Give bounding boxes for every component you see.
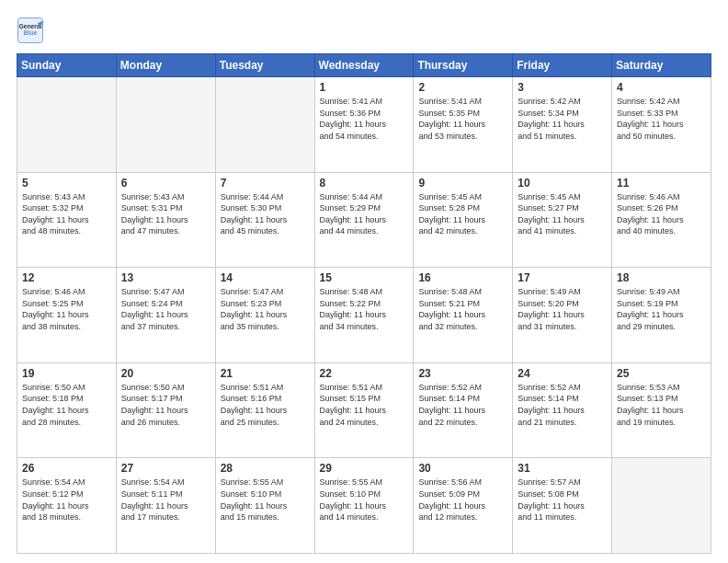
- day-cell: 4Sunrise: 5:42 AM Sunset: 5:33 PM Daylig…: [612, 77, 711, 173]
- day-info: Sunrise: 5:43 AM Sunset: 5:32 PM Dayligh…: [22, 191, 111, 237]
- header: General Blue: [17, 17, 711, 44]
- day-number: 22: [320, 367, 409, 380]
- day-info: Sunrise: 5:41 AM Sunset: 5:35 PM Dayligh…: [418, 96, 507, 142]
- day-info: Sunrise: 5:51 AM Sunset: 5:16 PM Dayligh…: [221, 382, 310, 428]
- day-number: 7: [221, 177, 310, 190]
- day-number: 8: [320, 177, 409, 190]
- day-cell: 8Sunrise: 5:44 AM Sunset: 5:29 PM Daylig…: [314, 172, 414, 268]
- day-number: 2: [418, 81, 507, 94]
- day-cell: 17Sunrise: 5:49 AM Sunset: 5:20 PM Dayli…: [513, 268, 612, 363]
- day-cell: 11Sunrise: 5:46 AM Sunset: 5:26 PM Dayli…: [612, 172, 711, 268]
- day-info: Sunrise: 5:45 AM Sunset: 5:28 PM Dayligh…: [418, 191, 507, 237]
- day-info: Sunrise: 5:45 AM Sunset: 5:27 PM Dayligh…: [518, 191, 607, 237]
- day-cell: 21Sunrise: 5:51 AM Sunset: 5:16 PM Dayli…: [215, 362, 314, 458]
- logo: General Blue: [17, 17, 44, 44]
- day-cell: 2Sunrise: 5:41 AM Sunset: 5:35 PM Daylig…: [414, 77, 513, 173]
- week-row-1: 1Sunrise: 5:41 AM Sunset: 5:36 PM Daylig…: [17, 77, 711, 173]
- weekday-tuesday: Tuesday: [215, 54, 314, 77]
- day-number: 4: [617, 81, 706, 94]
- day-cell: 12Sunrise: 5:46 AM Sunset: 5:25 PM Dayli…: [17, 268, 117, 363]
- day-info: Sunrise: 5:55 AM Sunset: 5:10 PM Dayligh…: [320, 477, 409, 523]
- day-info: Sunrise: 5:49 AM Sunset: 5:20 PM Dayligh…: [518, 286, 607, 332]
- day-info: Sunrise: 5:50 AM Sunset: 5:18 PM Dayligh…: [22, 382, 111, 428]
- weekday-header-row: SundayMondayTuesdayWednesdayThursdayFrid…: [17, 54, 711, 77]
- weekday-saturday: Saturday: [612, 54, 711, 77]
- day-cell: 3Sunrise: 5:42 AM Sunset: 5:34 PM Daylig…: [513, 77, 612, 173]
- day-info: Sunrise: 5:47 AM Sunset: 5:23 PM Dayligh…: [221, 286, 310, 332]
- day-number: 28: [221, 462, 310, 475]
- day-cell: 14Sunrise: 5:47 AM Sunset: 5:23 PM Dayli…: [215, 268, 314, 363]
- week-row-3: 12Sunrise: 5:46 AM Sunset: 5:25 PM Dayli…: [17, 268, 711, 363]
- day-info: Sunrise: 5:46 AM Sunset: 5:25 PM Dayligh…: [22, 286, 111, 332]
- day-cell: 15Sunrise: 5:48 AM Sunset: 5:22 PM Dayli…: [314, 268, 414, 363]
- day-cell: 5Sunrise: 5:43 AM Sunset: 5:32 PM Daylig…: [17, 172, 117, 268]
- day-info: Sunrise: 5:54 AM Sunset: 5:11 PM Dayligh…: [121, 477, 210, 523]
- day-cell: 9Sunrise: 5:45 AM Sunset: 5:28 PM Daylig…: [414, 172, 513, 268]
- day-cell: 22Sunrise: 5:51 AM Sunset: 5:15 PM Dayli…: [314, 362, 414, 458]
- week-row-4: 19Sunrise: 5:50 AM Sunset: 5:18 PM Dayli…: [17, 362, 711, 458]
- day-info: Sunrise: 5:49 AM Sunset: 5:19 PM Dayligh…: [617, 286, 706, 332]
- weekday-wednesday: Wednesday: [314, 54, 414, 77]
- day-info: Sunrise: 5:56 AM Sunset: 5:09 PM Dayligh…: [418, 477, 507, 523]
- day-number: 15: [320, 271, 409, 284]
- day-number: 27: [121, 462, 210, 475]
- day-number: 18: [617, 271, 706, 284]
- week-row-2: 5Sunrise: 5:43 AM Sunset: 5:32 PM Daylig…: [17, 172, 711, 268]
- day-cell: 24Sunrise: 5:52 AM Sunset: 5:14 PM Dayli…: [513, 362, 612, 458]
- day-info: Sunrise: 5:48 AM Sunset: 5:21 PM Dayligh…: [418, 286, 507, 332]
- day-info: Sunrise: 5:52 AM Sunset: 5:14 PM Dayligh…: [518, 382, 607, 428]
- day-number: 30: [418, 462, 507, 475]
- day-number: 14: [221, 271, 310, 284]
- day-number: 21: [221, 367, 310, 380]
- day-info: Sunrise: 5:44 AM Sunset: 5:29 PM Dayligh…: [320, 191, 409, 237]
- day-info: Sunrise: 5:46 AM Sunset: 5:26 PM Dayligh…: [617, 191, 706, 237]
- day-number: 24: [518, 367, 607, 380]
- day-number: 16: [418, 271, 507, 284]
- day-info: Sunrise: 5:42 AM Sunset: 5:33 PM Dayligh…: [617, 96, 706, 142]
- day-cell: 25Sunrise: 5:53 AM Sunset: 5:13 PM Dayli…: [612, 362, 711, 458]
- day-cell: 16Sunrise: 5:48 AM Sunset: 5:21 PM Dayli…: [414, 268, 513, 363]
- day-number: 1: [320, 81, 409, 94]
- svg-text:Blue: Blue: [24, 29, 38, 36]
- day-cell: 30Sunrise: 5:56 AM Sunset: 5:09 PM Dayli…: [414, 458, 513, 554]
- day-info: Sunrise: 5:50 AM Sunset: 5:17 PM Dayligh…: [121, 382, 210, 428]
- day-info: Sunrise: 5:53 AM Sunset: 5:13 PM Dayligh…: [617, 382, 706, 428]
- day-cell: 6Sunrise: 5:43 AM Sunset: 5:31 PM Daylig…: [116, 172, 215, 268]
- day-cell: [215, 77, 314, 173]
- day-cell: 19Sunrise: 5:50 AM Sunset: 5:18 PM Dayli…: [17, 362, 117, 458]
- day-info: Sunrise: 5:54 AM Sunset: 5:12 PM Dayligh…: [22, 477, 111, 523]
- day-cell: 10Sunrise: 5:45 AM Sunset: 5:27 PM Dayli…: [513, 172, 612, 268]
- weekday-thursday: Thursday: [414, 54, 513, 77]
- day-cell: 1Sunrise: 5:41 AM Sunset: 5:36 PM Daylig…: [314, 77, 414, 173]
- calendar-table: SundayMondayTuesdayWednesdayThursdayFrid…: [17, 53, 711, 554]
- day-number: 31: [518, 462, 607, 475]
- weekday-friday: Friday: [513, 54, 612, 77]
- day-cell: 26Sunrise: 5:54 AM Sunset: 5:12 PM Dayli…: [17, 458, 117, 554]
- weekday-sunday: Sunday: [17, 54, 117, 77]
- day-info: Sunrise: 5:57 AM Sunset: 5:08 PM Dayligh…: [518, 477, 607, 523]
- day-number: 13: [121, 271, 210, 284]
- day-cell: [612, 458, 711, 554]
- day-number: 29: [320, 462, 409, 475]
- day-number: 3: [518, 81, 607, 94]
- day-info: Sunrise: 5:55 AM Sunset: 5:10 PM Dayligh…: [221, 477, 310, 523]
- day-number: 26: [22, 462, 111, 475]
- logo-icon: General Blue: [17, 17, 44, 44]
- day-cell: 27Sunrise: 5:54 AM Sunset: 5:11 PM Dayli…: [116, 458, 215, 554]
- day-cell: 18Sunrise: 5:49 AM Sunset: 5:19 PM Dayli…: [612, 268, 711, 363]
- day-info: Sunrise: 5:51 AM Sunset: 5:15 PM Dayligh…: [320, 382, 409, 428]
- day-number: 17: [518, 271, 607, 284]
- day-info: Sunrise: 5:52 AM Sunset: 5:14 PM Dayligh…: [418, 382, 507, 428]
- day-cell: 28Sunrise: 5:55 AM Sunset: 5:10 PM Dayli…: [215, 458, 314, 554]
- day-number: 10: [518, 177, 607, 190]
- day-info: Sunrise: 5:41 AM Sunset: 5:36 PM Dayligh…: [320, 96, 409, 142]
- day-number: 9: [418, 177, 507, 190]
- day-number: 6: [121, 177, 210, 190]
- day-cell: 7Sunrise: 5:44 AM Sunset: 5:30 PM Daylig…: [215, 172, 314, 268]
- day-number: 11: [617, 177, 706, 190]
- day-number: 12: [22, 271, 111, 284]
- day-number: 23: [418, 367, 507, 380]
- day-cell: 23Sunrise: 5:52 AM Sunset: 5:14 PM Dayli…: [414, 362, 513, 458]
- day-number: 5: [22, 177, 111, 190]
- day-number: 19: [22, 367, 111, 380]
